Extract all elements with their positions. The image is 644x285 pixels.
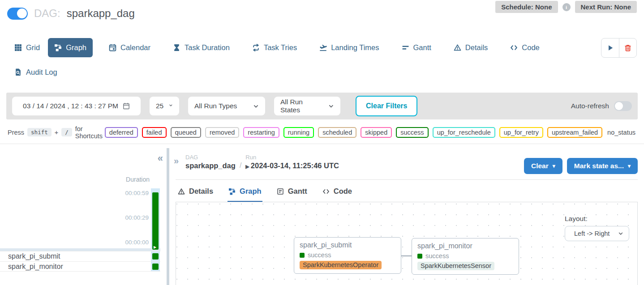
status-badge-failed[interactable]: failed bbox=[142, 127, 167, 138]
tab-task-duration[interactable]: Task Duration bbox=[167, 38, 236, 57]
info-icon[interactable]: i bbox=[562, 3, 571, 11]
tab-landing-times[interactable]: Landing Times bbox=[313, 38, 385, 57]
clear-filters-button[interactable]: Clear Filters bbox=[356, 96, 417, 116]
task-list: spark_pi_submit spark_pi_monitor bbox=[0, 251, 160, 272]
layout-label: Layout: bbox=[565, 215, 629, 223]
trigger-dag-button[interactable] bbox=[601, 38, 619, 57]
task-row-spark-pi-submit[interactable]: spark_pi_submit bbox=[0, 251, 160, 261]
status-badge-restarting[interactable]: restarting bbox=[243, 127, 279, 138]
status-badge-no-status: no_status bbox=[606, 128, 636, 137]
layout-select[interactable]: Left -> Right bbox=[565, 226, 629, 241]
hourglass-icon bbox=[173, 44, 180, 51]
status-badge-running[interactable]: running bbox=[283, 127, 314, 138]
schedule-badge: Schedule: None bbox=[495, 1, 558, 13]
base-date-input[interactable]: 03 / 14 / 2024 , 12 : 43 : 27 PM bbox=[12, 97, 141, 115]
tab-code[interactable]: Code bbox=[504, 38, 545, 57]
auto-refresh-toggle[interactable] bbox=[614, 101, 632, 111]
repeat-icon bbox=[252, 44, 260, 51]
run-states-select[interactable]: All Run States bbox=[274, 97, 340, 115]
breadcrumb-dag-name[interactable]: sparkapp_dag bbox=[185, 162, 236, 170]
node-status: success bbox=[308, 251, 331, 259]
dag-label: DAG: bbox=[34, 7, 60, 20]
legend-row: Press shift + / for Shortcuts deferred f… bbox=[0, 121, 644, 144]
dag-pause-toggle[interactable] bbox=[7, 8, 28, 20]
status-badge-skipped[interactable]: skipped bbox=[361, 127, 392, 138]
status-badge-removed[interactable]: removed bbox=[205, 127, 239, 138]
gantt-icon bbox=[402, 44, 409, 51]
tab-graph[interactable]: Graph bbox=[48, 38, 93, 57]
delete-dag-button[interactable] bbox=[619, 38, 636, 57]
dag-run-duration-bar[interactable]: ▶ bbox=[152, 192, 159, 250]
graph-canvas[interactable]: Layout: Left -> Right spark_pi_submit su… bbox=[176, 202, 638, 285]
status-badge-up-for-reschedule[interactable]: up_for_reschedule bbox=[433, 127, 495, 138]
run-type-play-icon: ▶ bbox=[245, 164, 249, 169]
dag-view-tabs-row2: Audit Log bbox=[8, 63, 64, 82]
calendar-icon bbox=[109, 44, 116, 51]
dag-actions bbox=[601, 38, 637, 58]
chevron-down-icon bbox=[618, 231, 623, 236]
mark-state-button[interactable]: Mark state as...▾ bbox=[567, 158, 638, 174]
code-icon bbox=[322, 188, 330, 195]
layout-control: Layout: Left -> Right bbox=[565, 215, 629, 241]
success-square-icon bbox=[300, 253, 305, 258]
run-type-play-icon: ▶ bbox=[154, 245, 156, 249]
task-instance-square[interactable] bbox=[152, 253, 159, 259]
next-run-badge: Next Run: None bbox=[575, 1, 637, 13]
status-badge-up-for-retry[interactable]: up_for_retry bbox=[499, 127, 543, 138]
graph-icon bbox=[228, 188, 236, 195]
status-legend: deferred failed queued removed restartin… bbox=[105, 127, 636, 138]
warning-icon bbox=[178, 188, 185, 195]
status-badge-deferred[interactable]: deferred bbox=[105, 127, 138, 138]
shift-key-badge: shift bbox=[27, 128, 52, 136]
status-badge-scheduled[interactable]: scheduled bbox=[318, 127, 356, 138]
tab-details[interactable]: Details bbox=[447, 38, 494, 57]
run-tab-graph[interactable]: Graph bbox=[228, 182, 262, 202]
main-split: « Duration 00:00:59 00:00:29 00:00:00 ▶ … bbox=[0, 148, 644, 285]
duration-tick: 00:00:29 bbox=[125, 214, 149, 221]
tab-grid[interactable]: Grid bbox=[8, 38, 46, 57]
run-actions: Clear▾ Mark state as...▾ bbox=[524, 158, 638, 174]
task-instance-square[interactable] bbox=[152, 264, 159, 270]
trash-icon bbox=[624, 44, 631, 51]
run-types-select[interactable]: All Run Types bbox=[188, 97, 265, 115]
slash-key-badge: / bbox=[61, 128, 72, 136]
status-badge-queued[interactable]: queued bbox=[171, 127, 201, 138]
run-tab-gantt[interactable]: Gantt bbox=[276, 182, 308, 202]
tab-calendar[interactable]: Calendar bbox=[103, 38, 157, 57]
expand-panel-icon[interactable]: » bbox=[174, 156, 179, 165]
caret-down-icon: ▾ bbox=[553, 163, 555, 169]
tab-gantt[interactable]: Gantt bbox=[395, 38, 438, 57]
tab-task-tries[interactable]: Task Tries bbox=[246, 38, 303, 57]
warning-icon bbox=[454, 44, 461, 51]
run-tab-details[interactable]: Details bbox=[177, 182, 214, 202]
run-tab-code[interactable]: Code bbox=[322, 182, 353, 202]
clear-run-button[interactable]: Clear▾ bbox=[524, 158, 562, 174]
tab-audit-log[interactable]: Audit Log bbox=[8, 63, 64, 82]
panel-divider bbox=[176, 179, 638, 180]
chevron-down-icon bbox=[169, 103, 173, 109]
graph-node-spark-pi-submit[interactable]: spark_pi_submit success SparkKubernetesO… bbox=[294, 237, 401, 274]
page-header: DAG: sparkapp_dag bbox=[7, 7, 135, 20]
grid-sidebar: « Duration 00:00:59 00:00:29 00:00:00 ▶ … bbox=[0, 148, 167, 285]
filter-bar: 03 / 14 / 2024 , 12 : 43 : 27 PM 25 All … bbox=[6, 93, 638, 119]
duration-tick: 00:00:00 bbox=[125, 239, 149, 246]
collapse-sidebar-icon[interactable]: « bbox=[158, 153, 163, 163]
breadcrumb: DAG sparkapp_dag / Run ▶2024-03-14, 11:2… bbox=[185, 154, 339, 170]
landing-icon bbox=[319, 44, 327, 51]
duration-tick: 00:00:59 bbox=[125, 190, 149, 196]
task-row-spark-pi-monitor[interactable]: spark_pi_monitor bbox=[0, 261, 160, 272]
status-badge-success[interactable]: success bbox=[396, 127, 428, 138]
chevron-down-icon bbox=[253, 103, 259, 109]
breadcrumb-dag-label: DAG bbox=[185, 154, 236, 161]
shortcut-hint: Press shift + / for Shortcuts bbox=[8, 125, 105, 140]
task-edge bbox=[401, 255, 412, 256]
breadcrumb-run-label: Run bbox=[245, 154, 339, 161]
status-badge-upstream-failed[interactable]: upstream_failed bbox=[547, 127, 602, 138]
graph-node-spark-pi-monitor[interactable]: spark_pi_monitor success SparkKubernetes… bbox=[412, 238, 519, 275]
breadcrumb-run-value[interactable]: ▶2024-03-14, 11:25:46 UTC bbox=[245, 162, 339, 170]
success-square-icon bbox=[417, 254, 422, 259]
play-icon bbox=[607, 44, 614, 51]
num-runs-select[interactable]: 25 bbox=[150, 97, 179, 115]
node-status: success bbox=[425, 252, 449, 259]
auto-refresh-control: Auto-refresh bbox=[571, 101, 632, 111]
